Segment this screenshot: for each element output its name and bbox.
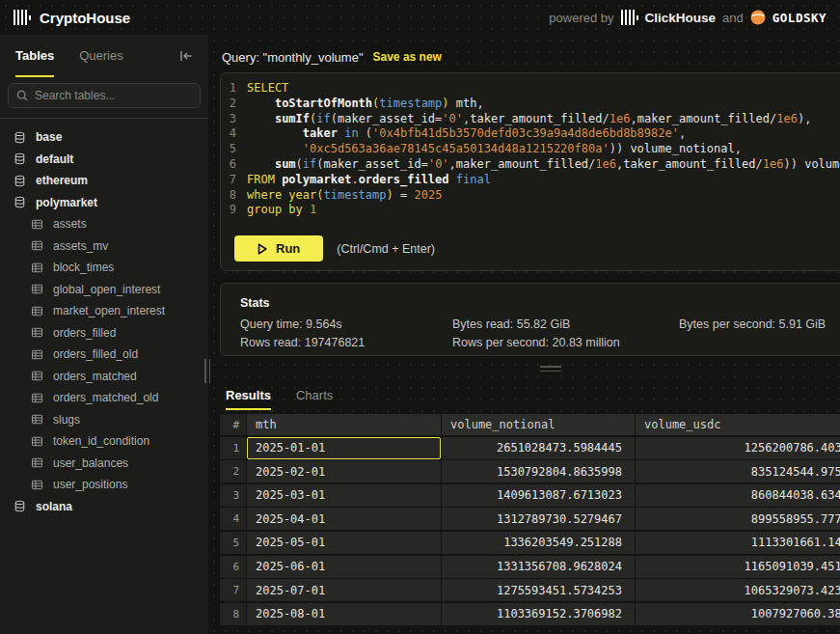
tree-item-label: global_open_interest <box>53 283 160 296</box>
sidebar-item-block_times[interactable]: block_times <box>0 257 208 279</box>
search-tables-input[interactable] <box>35 89 192 102</box>
sidebar-item-solana[interactable]: solana <box>0 496 208 518</box>
table-cell[interactable]: 2025-02-01 <box>247 460 441 482</box>
stats-panel: Stats Query time: 9.564sBytes read: 55.8… <box>220 283 840 356</box>
sidebar-item-orders_matched_old[interactable]: orders_matched_old <box>0 387 208 409</box>
row-number: 5 <box>220 532 246 554</box>
table-icon <box>31 283 43 295</box>
sidebar-item-orders_filled[interactable]: orders_filled <box>0 322 208 345</box>
line-number: 5 <box>221 142 246 157</box>
cryptohouse-logo-icon <box>14 10 31 25</box>
table-cell[interactable]: 2651028473.5984445 <box>442 437 635 459</box>
code-line-2[interactable]: 2 toStartOfMonth(timestamp) mth, <box>221 96 840 112</box>
table-row: 82025-08-011103369152.37069821007927060.… <box>220 603 840 625</box>
table-icon <box>31 479 43 491</box>
table-cell[interactable]: 1331356708.9628024 <box>442 556 635 578</box>
code-line-8[interactable]: 8where year(timestamp) = 2025 <box>221 188 840 204</box>
table-icon <box>31 305 43 317</box>
table-icon <box>31 456 43 469</box>
brand[interactable]: CryptoHouse <box>14 10 130 26</box>
table-cell[interactable]: 2025-08-01 <box>247 603 441 625</box>
sidebar-item-assets_mv[interactable]: assets_mv <box>0 235 208 258</box>
table-cell[interactable]: 2025-07-01 <box>247 579 441 601</box>
table-cell[interactable]: 1409613087.6713023 <box>442 484 635 507</box>
tree-item-label: default <box>36 152 73 166</box>
database-icon <box>14 152 26 165</box>
tree-item-label: user_positions <box>53 478 127 491</box>
tree-item-label: assets_mv <box>53 239 108 253</box>
table-cell[interactable]: 1165091039.4515023 <box>636 556 840 578</box>
sidebar-item-orders_filled_old[interactable]: orders_filled_old <box>0 344 208 366</box>
sql-editor[interactable]: 1SELECT2 toStartOfMonth(timestamp) mth,3… <box>220 72 840 271</box>
tree-item-label: token_id_condition <box>53 434 149 448</box>
table-cell[interactable]: 1312789730.5279467 <box>442 508 635 530</box>
vertical-resize-handle[interactable] <box>204 359 210 383</box>
sidebar-item-polymarket[interactable]: polymarket <box>0 192 208 214</box>
sidebar-item-default[interactable]: default <box>0 149 208 171</box>
table-cell[interactable]: 1256200786.4035115 <box>636 437 840 459</box>
table-cell[interactable]: 1275593451.5734253 <box>442 579 635 601</box>
table-cell[interactable]: 2025-01-01 <box>247 437 441 459</box>
code-line-7[interactable]: 7FROM polymarket.orders_filled final <box>221 173 840 188</box>
tree-item-label: block_times <box>53 261 114 274</box>
line-number: 2 <box>221 96 246 112</box>
column-header-index[interactable]: # <box>220 414 246 435</box>
table-cell[interactable]: 2025-04-01 <box>247 508 441 530</box>
sidebar-item-slugs[interactable]: slugs <box>0 409 208 431</box>
tree-item-label: orders_filled <box>53 326 116 340</box>
search-icon <box>16 90 28 101</box>
tab-charts[interactable]: Charts <box>296 381 333 410</box>
table-row: 22025-02-011530792804.8635998835124544.9… <box>220 460 840 482</box>
table-cell[interactable]: 860844038.6349425 <box>636 484 840 507</box>
table-cell[interactable]: 1103369152.3706982 <box>442 603 635 625</box>
sidebar-item-orders_matched[interactable]: orders_matched <box>0 366 208 388</box>
column-header-mth[interactable]: mth <box>247 414 441 435</box>
table-cell[interactable]: 835124544.9752284 <box>636 460 840 482</box>
sidebar-item-token_id_condition[interactable]: token_id_condition <box>0 430 208 453</box>
column-header-volume-usdc[interactable]: volume_usdc <box>636 414 840 435</box>
run-row: Run (Ctrl/Cmd + Enter) <box>234 235 840 262</box>
sidebar-item-base[interactable]: base <box>0 126 208 149</box>
sidebar-item-ethereum[interactable]: ethereum <box>0 170 208 192</box>
code-line-6[interactable]: 6 sum(if(maker_asset_id='0',maker_amount… <box>221 157 840 173</box>
app-title: CryptoHouse <box>40 10 130 26</box>
search-tables-box[interactable] <box>8 83 201 108</box>
code-line-5[interactable]: 5 '0xc5d563a36ae78145c45a50134d48a121522… <box>221 142 840 157</box>
table-cell[interactable]: 1007927060.389528 <box>636 603 840 625</box>
tab-results[interactable]: Results <box>226 381 271 410</box>
sidebar-item-user_positions[interactable]: user_positions <box>0 474 208 496</box>
stat-item: Query time: 9.564s <box>240 317 452 331</box>
column-header-volume-notional[interactable]: volume_notional <box>442 414 635 435</box>
tab-queries[interactable]: Queries <box>79 35 123 77</box>
row-number: 3 <box>220 484 246 507</box>
table-cell[interactable]: 1113301661.142527 <box>636 532 840 554</box>
tab-tables[interactable]: Tables <box>15 35 54 77</box>
line-number: 8 <box>221 188 246 204</box>
line-number: 9 <box>221 203 246 218</box>
table-cell[interactable]: 2025-06-01 <box>247 556 441 578</box>
sidebar-divider <box>0 118 208 119</box>
horizontal-resize-handle[interactable] <box>220 356 840 381</box>
sidebar-item-global_open_interest[interactable]: global_open_interest <box>0 279 208 301</box>
table-icon <box>31 239 43 252</box>
table-cell[interactable]: 899558955.7779217 <box>636 508 840 530</box>
table-cell[interactable]: 1530792804.8635998 <box>442 460 635 482</box>
stat-item: Bytes per second: 5.91 GiB <box>679 317 840 331</box>
sidebar-item-assets[interactable]: assets <box>0 213 208 235</box>
code-line-4[interactable]: 4 taker in ('0x4bfb41d5b3570defd03c39a9a… <box>221 126 840 142</box>
code-line-3[interactable]: 3 sumIf(if(maker_asset_id='0',taker_amou… <box>221 112 840 127</box>
collapse-sidebar-icon[interactable] <box>179 50 193 62</box>
code-line-1[interactable]: 1SELECT <box>221 81 840 96</box>
table-cell[interactable]: 1336203549.251288 <box>442 532 635 554</box>
sidebar-item-user_balances[interactable]: user_balances <box>0 453 208 475</box>
sidebar-item-market_open_interest[interactable]: market_open_interest <box>0 300 208 322</box>
table-cell[interactable]: 1065329073.4231092 <box>636 579 840 601</box>
code-line-9[interactable]: 9group by 1 <box>221 203 840 218</box>
table-cell[interactable]: 2025-05-01 <box>247 532 441 554</box>
stat-item: Rows read: 197476821 <box>240 336 452 349</box>
table-row: 62025-06-011331356708.96280241165091039.… <box>220 556 840 578</box>
table-icon <box>31 262 43 274</box>
run-button[interactable]: Run <box>234 235 323 262</box>
save-as-new-link[interactable]: Save as new <box>373 50 442 64</box>
table-cell[interactable]: 2025-03-01 <box>247 484 441 507</box>
